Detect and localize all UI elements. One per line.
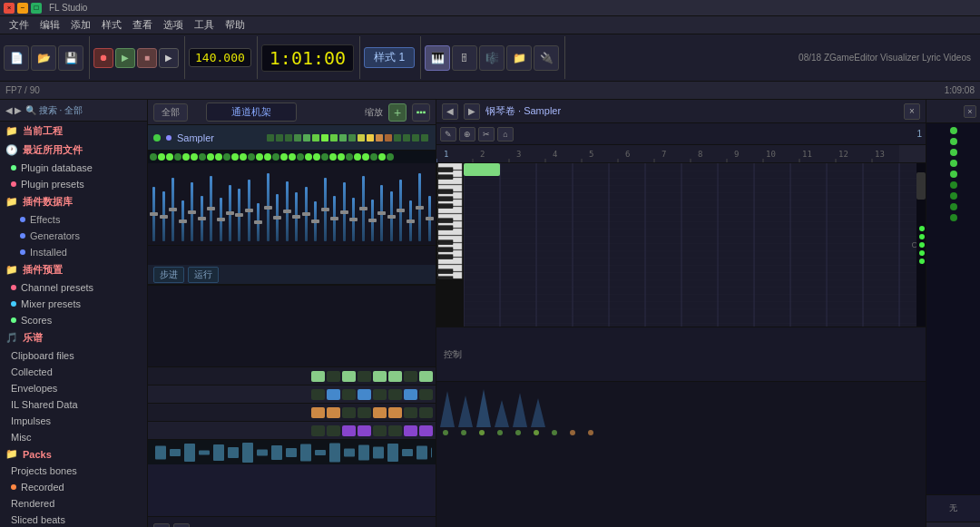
sidebar-item-plugin-presets[interactable]: Plugin presets [0, 176, 147, 192]
loop-button[interactable]: ↺ [153, 523, 170, 528]
far-right-close[interactable]: × [964, 105, 976, 118]
menu-edit[interactable]: 编辑 [34, 16, 65, 34]
menu-help[interactable]: 帮助 [220, 16, 250, 34]
fader-col-17[interactable] [311, 201, 319, 241]
fader-col-20[interactable] [339, 182, 348, 241]
browser-button[interactable]: 📁 [506, 45, 532, 71]
sidebar-item-scores[interactable]: Scores [0, 312, 147, 328]
sidebar-item-installed[interactable]: Installed [0, 244, 147, 260]
scrollbar-thumb[interactable] [916, 172, 926, 200]
pr-tool-1[interactable]: ✎ [440, 127, 456, 142]
record-button[interactable]: ⏺ [93, 48, 113, 68]
sidebar-item-yuepu[interactable]: 🎵 乐谱 [0, 328, 147, 347]
maximize-button[interactable]: □ [31, 3, 42, 14]
pattern-play-button[interactable]: ▶ [159, 48, 179, 68]
pr-next-button[interactable]: ▶ [464, 103, 480, 120]
fader-col-25[interactable] [387, 191, 396, 241]
fader-col-29[interactable] [426, 196, 434, 241]
menu-style[interactable]: 样式 [96, 16, 127, 34]
fader-col-24[interactable] [377, 185, 386, 241]
sampler-led[interactable] [153, 134, 161, 142]
menu-view[interactable]: 查看 [127, 16, 158, 34]
fader-col-10[interactable] [245, 180, 253, 241]
fader-col-5[interactable] [197, 196, 205, 241]
menu-file[interactable]: 文件 [4, 16, 34, 34]
pr-tool-4[interactable]: ⌂ [497, 127, 514, 142]
sidebar-item-recorded[interactable]: Recorded [0, 479, 147, 495]
stop-button[interactable]: ■ [137, 48, 157, 68]
fader-col-11[interactable] [254, 203, 262, 241]
sidebar-nav-arrows[interactable]: ◀ ▶ [5, 105, 22, 115]
sidebar-item-effects[interactable]: Effects [0, 211, 147, 228]
fader-col-1[interactable] [159, 191, 167, 241]
menu-add[interactable]: 添加 [65, 16, 96, 34]
fader-col-13[interactable] [273, 194, 281, 241]
sidebar-item-sliced-beats[interactable]: Sliced beats [0, 512, 147, 527]
sidebar-back-arrow[interactable]: ◀ [5, 105, 13, 115]
cr-pattern-light[interactable]: ▪▪▪ [412, 103, 430, 122]
cr-add-button[interactable]: + [388, 103, 407, 122]
fader-col-22[interactable] [358, 176, 367, 241]
sidebar-item-mixer-presets[interactable]: Mixer presets [0, 296, 147, 312]
sidebar-item-current-project[interactable]: 📁 当前工程 [0, 122, 147, 141]
fader-col-21[interactable] [349, 198, 358, 241]
fader-col-15[interactable] [292, 192, 300, 241]
sidebar-item-channel-presets[interactable]: Channel presets [0, 279, 147, 296]
fader-col-8[interactable] [226, 185, 234, 241]
fader-col-12[interactable] [264, 173, 272, 241]
plugin-picker-button[interactable]: 🔌 [534, 45, 559, 71]
sidebar-item-packs[interactable]: 📁 Packs [0, 445, 147, 463]
window-controls[interactable]: × − □ [4, 3, 42, 14]
run-button[interactable]: 运行 [188, 267, 219, 283]
save-button[interactable]: 💾 [58, 45, 83, 71]
sidebar-item-plugin-db-cn[interactable]: 📁 插件数据库 [0, 192, 147, 211]
fader-col-3[interactable] [178, 200, 186, 241]
close-button[interactable]: × [4, 3, 15, 14]
menu-options[interactable]: 选项 [158, 16, 189, 34]
sidebar-item-collected[interactable]: Collected [0, 364, 147, 380]
fader-col-6[interactable] [207, 176, 215, 241]
pr-prev-button[interactable]: ◀ [442, 103, 458, 120]
fader-col-23[interactable] [368, 200, 377, 241]
piano-roll-scrollbar[interactable] [916, 163, 926, 327]
piano-roll-button[interactable]: 🎼 [479, 45, 505, 71]
new-project-button[interactable]: 📄 [4, 45, 29, 71]
sidebar-item-plugin-db[interactable]: Plugin database [0, 160, 147, 176]
sidebar-item-rendered[interactable]: Rendered [0, 495, 147, 512]
menu-tools[interactable]: 工具 [189, 16, 220, 34]
fader-col-0[interactable] [150, 187, 158, 241]
open-button[interactable]: 📂 [31, 45, 56, 71]
piano-grid[interactable]: C7 [464, 163, 926, 327]
sidebar-item-recent-files[interactable]: 🕐 最近所用文件 [0, 141, 147, 160]
fader-col-14[interactable] [283, 181, 291, 241]
fader-col-2[interactable] [169, 178, 177, 241]
pr-tool-3[interactable]: ✂ [478, 127, 495, 142]
sidebar-item-impulses[interactable]: Impulses [0, 413, 147, 429]
sidebar-item-il-shared[interactable]: IL Shared Data [0, 396, 147, 413]
channel-rack-button[interactable]: 🎹 [425, 45, 450, 71]
sidebar-item-plugin-presets-cn[interactable]: 📁 插件预置 [0, 260, 147, 279]
bpm-display[interactable]: 140.000 [189, 48, 251, 67]
play-button[interactable]: ▶ [115, 48, 135, 68]
pr-tool-2[interactable]: ⊕ [459, 127, 475, 142]
fader-col-27[interactable] [407, 200, 415, 241]
pr-close-button[interactable]: × [904, 103, 920, 120]
sidebar-forward-arrow[interactable]: ▶ [15, 105, 22, 115]
bounce-button[interactable]: ⬇ [173, 523, 190, 528]
fader-col-28[interactable] [416, 173, 424, 241]
fader-col-18[interactable] [320, 178, 328, 241]
cr-all-button[interactable]: 全部 [153, 103, 188, 122]
sidebar-item-clipboard[interactable]: Clipboard files [0, 347, 147, 364]
fader-col-4[interactable] [188, 182, 196, 241]
fader-col-9[interactable] [235, 189, 243, 241]
pattern-display[interactable]: 样式 1 [364, 47, 415, 68]
sidebar-item-envelopes[interactable]: Envelopes [0, 380, 147, 396]
sidebar-item-misc[interactable]: Misc [0, 429, 147, 445]
fader-col-16[interactable] [302, 187, 310, 241]
fader-col-19[interactable] [330, 196, 338, 241]
step-button[interactable]: 步进 [153, 267, 184, 283]
fader-col-26[interactable] [397, 180, 405, 241]
fader-col-7[interactable] [216, 198, 224, 241]
sidebar-item-generators[interactable]: Generators [0, 228, 147, 244]
sidebar-item-project-bones[interactable]: Projects bones [0, 463, 147, 479]
